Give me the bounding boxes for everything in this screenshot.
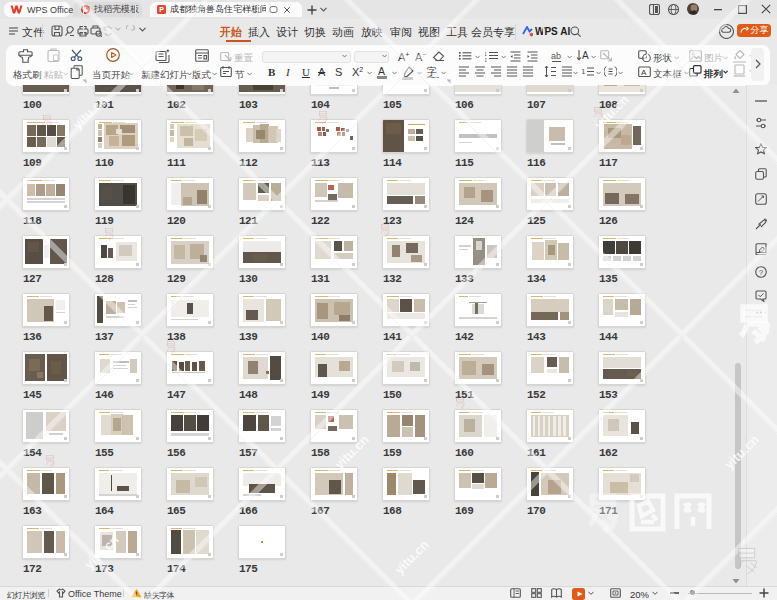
svg-text:1: 1 — [582, 67, 586, 76]
svg-text:A: A — [641, 68, 647, 77]
svg-text:?: ? — [759, 268, 764, 277]
svg-text:字: 字 — [427, 66, 437, 77]
svg-text:A: A — [582, 50, 589, 61]
svg-text:P: P — [159, 6, 164, 13]
svg-text:2: 2 — [485, 57, 487, 63]
svg-text:ab: ab — [551, 51, 561, 61]
